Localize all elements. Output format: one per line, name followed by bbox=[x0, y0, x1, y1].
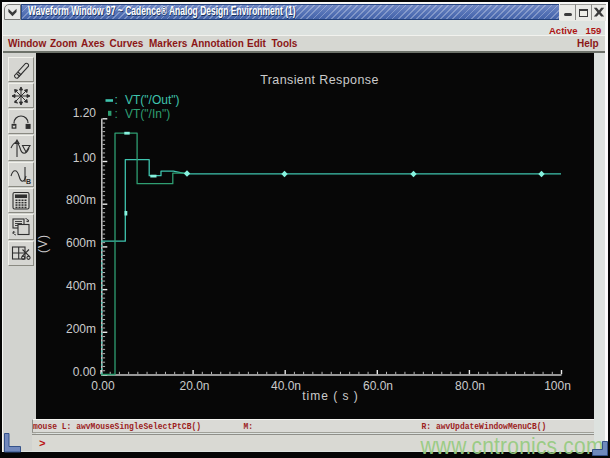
svg-text:100n: 100n bbox=[544, 379, 571, 393]
svg-text:20.0n: 20.0n bbox=[179, 379, 209, 393]
svg-text:80.0n: 80.0n bbox=[454, 379, 484, 393]
svg-text:400m: 400m bbox=[65, 278, 95, 292]
svg-text:VT("/In"): VT("/In") bbox=[125, 106, 170, 120]
svg-text:time ( s ): time ( s ) bbox=[302, 389, 359, 403]
svg-text:1.00: 1.00 bbox=[72, 150, 96, 164]
svg-text:800m: 800m bbox=[65, 193, 95, 207]
svg-text:Transient Response: Transient Response bbox=[260, 73, 379, 87]
svg-text::: : bbox=[114, 93, 117, 107]
svg-text::: : bbox=[114, 106, 117, 120]
svg-text:1.20: 1.20 bbox=[72, 106, 96, 120]
svg-text:60.0n: 60.0n bbox=[362, 379, 392, 393]
svg-text:(V): (V) bbox=[36, 234, 50, 253]
svg-text:0.00: 0.00 bbox=[91, 379, 115, 393]
svg-text:VT("/Out"): VT("/Out") bbox=[125, 93, 180, 107]
svg-text:0.00: 0.00 bbox=[72, 364, 96, 378]
svg-text:600m: 600m bbox=[65, 236, 95, 250]
svg-text:40.0n: 40.0n bbox=[270, 379, 300, 393]
svg-text:200m: 200m bbox=[65, 321, 95, 335]
svg-text:B: B bbox=[26, 178, 31, 185]
